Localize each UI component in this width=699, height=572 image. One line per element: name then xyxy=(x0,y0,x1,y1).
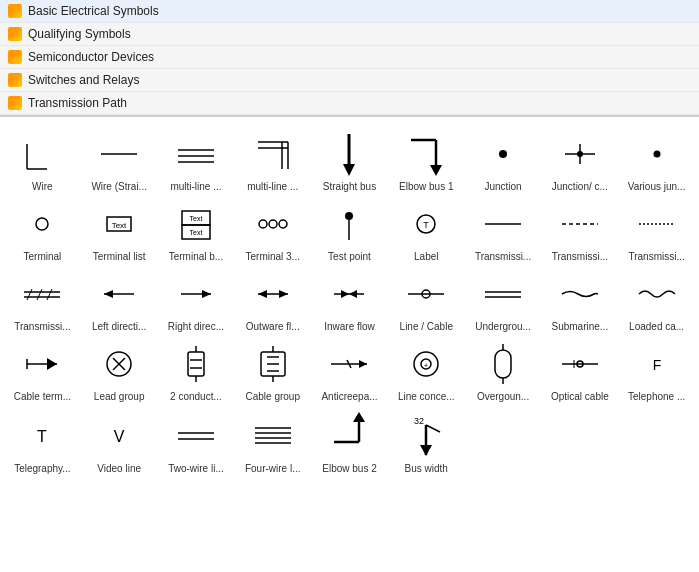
symbol-four-wire[interactable]: Four-wire l... xyxy=(234,405,311,477)
symbol-label: Lead group xyxy=(84,391,155,402)
symbol-label: Various jun... xyxy=(621,181,692,192)
symbol-junction[interactable]: Junction xyxy=(465,125,542,195)
svg-text:Text: Text xyxy=(112,221,127,230)
symbol-label: Line conce... xyxy=(391,391,462,402)
elbow-bus2-icon xyxy=(314,410,385,460)
symbol-cable-group[interactable]: Cable group xyxy=(234,335,311,405)
symbol-left-dir[interactable]: Left directi... xyxy=(81,265,158,335)
svg-marker-43 xyxy=(104,290,113,298)
symbol-right-dir[interactable]: Right direc... xyxy=(158,265,235,335)
symbol-label: Transmissi... xyxy=(621,251,692,262)
terminal-list-icon: Text xyxy=(84,200,155,248)
tree-icon-3 xyxy=(8,73,22,87)
symbol-telephone[interactable]: F Telephone ... xyxy=(618,335,695,405)
symbol-label: Straight bus xyxy=(314,181,385,192)
svg-line-40 xyxy=(37,289,42,300)
symbol-empty1 xyxy=(465,405,542,477)
svg-marker-100 xyxy=(420,445,432,456)
symbol-optical-cable[interactable]: Optical cable xyxy=(541,335,618,405)
symbol-lead-group[interactable]: Lead group xyxy=(81,335,158,405)
bus-width-icon: 32 xyxy=(391,410,462,460)
symbol-transm1[interactable]: Transmissi... xyxy=(465,195,542,265)
svg-marker-47 xyxy=(279,290,288,298)
symbol-straight-bus[interactable]: Straight bus xyxy=(311,125,388,195)
symbol-cable-term[interactable]: Cable term... xyxy=(4,335,81,405)
svg-point-28 xyxy=(269,220,277,228)
four-wire-icon xyxy=(237,410,308,460)
symbol-label: Four-wire l... xyxy=(237,463,308,474)
symbol-label: Terminal list xyxy=(84,251,155,262)
symbol-multiline1[interactable]: multi-line ... xyxy=(158,125,235,195)
tree-item-1[interactable]: Qualifying Symbols xyxy=(0,23,699,46)
svg-text:Text: Text xyxy=(190,215,203,222)
symbol-video-line[interactable]: V Video line xyxy=(81,405,158,477)
symbol-empty2 xyxy=(541,405,618,477)
symbol-label[interactable]: T Label xyxy=(388,195,465,265)
transm4-icon xyxy=(7,270,78,318)
terminal3-icon xyxy=(237,200,308,248)
symbol-submarine[interactable]: Submarine... xyxy=(541,265,618,335)
symbol-overgound[interactable]: Overgoun... xyxy=(465,335,542,405)
symbol-two-wire[interactable]: Two-wire li... xyxy=(158,405,235,477)
symbol-label: Label xyxy=(391,251,462,262)
symbol-label: Video line xyxy=(84,463,155,474)
symbol-transm4[interactable]: Transmissi... xyxy=(4,265,81,335)
symbol-telegraphy[interactable]: T Telegraphy... xyxy=(4,405,81,477)
svg-marker-50 xyxy=(341,290,349,298)
svg-line-39 xyxy=(27,289,32,300)
svg-text:V: V xyxy=(114,428,125,445)
cable-group-icon xyxy=(237,340,308,388)
symbol-test-point[interactable]: Test point xyxy=(311,195,388,265)
symbol-2conduct[interactable]: 2 conduct... xyxy=(158,335,235,405)
symbol-label: multi-line ... xyxy=(161,181,232,192)
symbol-terminal[interactable]: Terminal xyxy=(4,195,81,265)
svg-rect-62 xyxy=(188,352,204,376)
symbol-line-cable[interactable]: Line / Cable xyxy=(388,265,465,335)
symbol-bus-width[interactable]: 32 Bus width xyxy=(388,405,465,477)
transm3-icon xyxy=(621,200,692,248)
symbol-underground[interactable]: Undergrou... xyxy=(465,265,542,335)
symbol-label: Terminal xyxy=(7,251,78,262)
symbol-transm3[interactable]: Transmissi... xyxy=(618,195,695,265)
tree-item-0[interactable]: Basic Electrical Symbols xyxy=(0,0,699,23)
telephone-icon: F xyxy=(621,340,692,388)
symbol-elbow-bus1[interactable]: Elbow bus 1 xyxy=(388,125,465,195)
symbol-label: Transmissi... xyxy=(544,251,615,262)
symbol-label: Wire (Strai... xyxy=(84,181,155,192)
symbol-label: Loaded ca... xyxy=(621,321,692,332)
svg-point-15 xyxy=(499,150,507,158)
symbol-inware[interactable]: Inware flow xyxy=(311,265,388,335)
symbol-outware[interactable]: Outware fl... xyxy=(234,265,311,335)
wire-straight-icon xyxy=(84,130,155,178)
symbol-terminal-list[interactable]: Text Terminal list xyxy=(81,195,158,265)
symbol-loaded-cable[interactable]: Loaded ca... xyxy=(618,265,695,335)
symbol-label: Transmissi... xyxy=(7,321,78,332)
terminal-icon xyxy=(7,200,78,248)
symbol-elbow-bus2[interactable]: Elbow bus 2 xyxy=(311,405,388,477)
tree-item-3[interactable]: Switches and Relays xyxy=(0,69,699,92)
optical-cable-icon xyxy=(544,340,615,388)
symbol-label: Cable term... xyxy=(7,391,78,402)
symbol-label: Left directi... xyxy=(84,321,155,332)
svg-point-18 xyxy=(577,151,583,157)
svg-point-20 xyxy=(36,218,48,230)
symbol-junction-c[interactable]: Junction/ c... xyxy=(541,125,618,195)
symbol-label: Transmissi... xyxy=(468,251,539,262)
symbol-wire[interactable]: Wire xyxy=(4,125,81,195)
symbol-label: Inware flow xyxy=(314,321,385,332)
symbol-transm2[interactable]: Transmissi... xyxy=(541,195,618,265)
svg-text:+: + xyxy=(424,362,428,369)
symbol-terminal-b[interactable]: Text Text Terminal b... xyxy=(158,195,235,265)
symbol-various-junctions[interactable]: Various jun... xyxy=(618,125,695,195)
tree-item-4[interactable]: Transmission Path xyxy=(0,92,699,115)
tree-item-2[interactable]: Semiconductor Devices xyxy=(0,46,699,69)
symbol-terminal3[interactable]: Terminal 3... xyxy=(234,195,311,265)
symbol-label: Junction xyxy=(468,181,539,192)
symbol-multiline2[interactable]: multi-line ... xyxy=(234,125,311,195)
symbol-wire-straight[interactable]: Wire (Strai... xyxy=(81,125,158,195)
symbol-anticreepa[interactable]: Anticreepa... xyxy=(311,335,388,405)
tree-icon-2 xyxy=(8,50,22,64)
junction-icon xyxy=(468,130,539,178)
straight-bus-icon xyxy=(314,130,385,178)
symbol-line-conce[interactable]: + Line conce... xyxy=(388,335,465,405)
